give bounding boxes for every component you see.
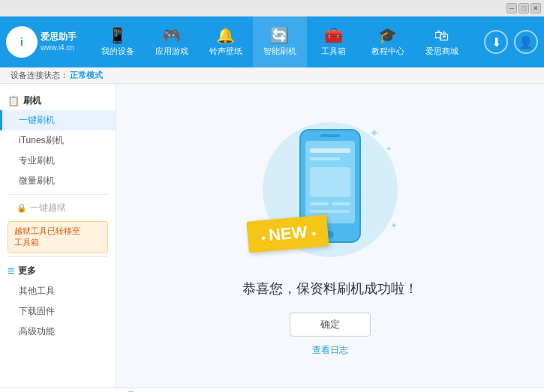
lock-icon: 🔒 (17, 203, 27, 213)
sidebar-item-other-tools[interactable]: 其他工具 (0, 281, 116, 301)
nav-my-device[interactable]: 📱 我的设备 (91, 16, 145, 67)
confirm-button[interactable]: 确定 (290, 313, 371, 337)
flash-section-icon: 📋 (8, 95, 20, 106)
sparkle-icon-1: ✦ (369, 126, 379, 140)
download-button[interactable]: ⬇ (484, 30, 508, 54)
title-bar: ─ □ ✕ (0, 0, 544, 16)
sidebar-section-flash: 📋 刷机 (0, 90, 116, 110)
nav-smart-flash[interactable]: 🔄 智能刷机 (253, 16, 307, 67)
logo-area: i 爱思助手 www.i4.cn (6, 26, 81, 58)
svg-rect-4 (310, 148, 350, 153)
my-device-icon: 📱 (108, 28, 127, 43)
svg-rect-8 (332, 202, 350, 205)
learn-link[interactable]: 查看日志 (312, 344, 348, 357)
svg-rect-5 (310, 157, 340, 160)
svg-rect-7 (310, 202, 329, 205)
nav-ringtone[interactable]: 🔔 铃声壁纸 (199, 16, 253, 67)
svg-rect-3 (320, 134, 340, 137)
nav-tutorial[interactable]: 🎓 教程中心 (361, 16, 415, 67)
jailbreak-warning: 越狱工具已转移至工具箱 (8, 221, 108, 253)
device-status-row: 自动徽送 跳过向导 📱 iPhone 12 mini 64GB Down-12m… (0, 388, 544, 392)
sidebar-item-itunes-flash[interactable]: iTunes刷机 (0, 130, 116, 151)
bottom-area: 自动徽送 跳过向导 📱 iPhone 12 mini 64GB Down-12m… (0, 388, 544, 392)
toolbox-icon: 🧰 (324, 28, 343, 43)
sidebar-divider-1 (8, 194, 108, 195)
header-right: ⬇ 👤 (484, 30, 538, 54)
sidebar-divider-2 (8, 256, 108, 257)
app-game-icon: 🎮 (162, 28, 181, 43)
logo-icon: i (6, 26, 38, 58)
sidebar: 📋 刷机 一键刷机 iTunes刷机 专业刷机 微量刷机 🔒 一键越狱 越狱工具… (0, 84, 116, 388)
sidebar-section-jailbreak: 🔒 一键越狱 (0, 198, 116, 218)
sparkle-icon-2: ✦ (386, 145, 392, 153)
logo-text: 爱思助手 www.i4.cn (41, 31, 77, 53)
sidebar-section-more: ≡ 更多 (0, 260, 116, 281)
sidebar-item-advanced[interactable]: 高级功能 (0, 322, 116, 342)
nav-mall[interactable]: 🛍 爱思商城 (415, 16, 469, 67)
sidebar-item-micro-flash[interactable]: 微量刷机 (0, 171, 116, 191)
tutorial-icon: 🎓 (378, 28, 397, 43)
sidebar-item-pro-flash[interactable]: 专业刷机 (0, 151, 116, 171)
phone-illustration: ✦ ✦ ✦ NEW (255, 115, 405, 265)
user-button[interactable]: 👤 (514, 30, 538, 54)
header: i 爱思助手 www.i4.cn 📱 我的设备 🎮 应用游戏 🔔 铃声壁纸 🔄 … (0, 16, 544, 67)
svg-rect-9 (310, 210, 350, 213)
smart-flash-icon: 🔄 (270, 28, 289, 43)
more-section-icon: ≡ (8, 265, 14, 278)
nav-toolbox[interactable]: 🧰 工具箱 (307, 16, 361, 67)
maximize-button[interactable]: □ (518, 3, 529, 13)
nav-app-game[interactable]: 🎮 应用游戏 (145, 16, 199, 67)
sidebar-item-download-firmware[interactable]: 下载固件 (0, 301, 116, 322)
sidebar-item-one-key-flash[interactable]: 一键刷机 (0, 110, 116, 130)
main-area: 📋 刷机 一键刷机 iTunes刷机 专业刷机 微量刷机 🔒 一键越狱 越狱工具… (0, 84, 544, 388)
nav-bar: 📱 我的设备 🎮 应用游戏 🔔 铃声壁纸 🔄 智能刷机 🧰 工具箱 🎓 教程中心… (81, 16, 478, 67)
content-area: ✦ ✦ ✦ NEW (116, 84, 544, 388)
mall-icon: 🛍 (434, 28, 449, 43)
ringtone-icon: 🔔 (216, 28, 235, 43)
close-button[interactable]: ✕ (530, 3, 541, 13)
sparkle-icon-3: ✦ (390, 220, 398, 231)
success-text: 恭喜您，保资料刷机成功啦！ (242, 280, 418, 298)
connection-status-bar: 设备连接状态： 正常模式 (0, 67, 544, 84)
minimize-button[interactable]: ─ (506, 3, 517, 13)
svg-rect-6 (310, 167, 350, 197)
